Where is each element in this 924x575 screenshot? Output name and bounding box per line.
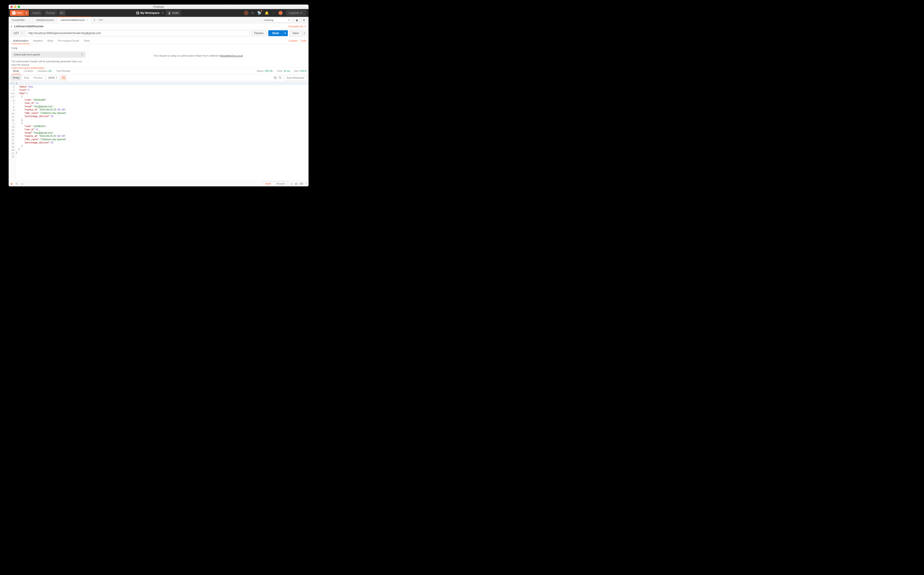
svg-rect-0 bbox=[60, 12, 62, 14]
request-tabs: Authorization Headers Body Pre-request S… bbox=[9, 37, 309, 44]
pretty-button[interactable]: Pretty bbox=[11, 75, 22, 80]
upgrade-button[interactable]: Upgrade▼ bbox=[286, 10, 306, 16]
status-label: Status: 200 OK bbox=[257, 70, 273, 72]
auth-helper-text: This request is using an authorization h… bbox=[88, 44, 309, 67]
resp-tab-body[interactable]: Body bbox=[11, 67, 21, 74]
search-icon bbox=[279, 76, 282, 79]
tab-validatevoucher[interactable]: ValidateVoucher bbox=[33, 17, 57, 23]
add-tab-button[interactable]: + bbox=[91, 17, 98, 23]
titlebar: Postman bbox=[9, 5, 309, 9]
time-label: Time: 16 ms bbox=[277, 70, 290, 72]
two-pane-icon[interactable]: ▦ bbox=[295, 182, 297, 185]
cookies-link[interactable]: Cookies bbox=[288, 39, 297, 42]
tab-more-button[interactable]: ••• bbox=[98, 17, 104, 23]
svg-rect-2 bbox=[136, 11, 137, 13]
save-response-button[interactable]: Save Response bbox=[284, 75, 307, 81]
header-center: My Workspace▼ Invite bbox=[136, 10, 181, 16]
svg-rect-1 bbox=[60, 11, 63, 13]
auth-type-select[interactable]: Inherit auth from parent▼ bbox=[11, 52, 86, 57]
close-icon[interactable]: × bbox=[85, 19, 88, 21]
header-bar: +New ▾ Import Runner ▾ My Workspace▼ Inv… bbox=[9, 9, 309, 17]
tab-body[interactable]: Body bbox=[45, 37, 56, 44]
help-icon[interactable]: ? bbox=[305, 182, 307, 185]
svg-line-8 bbox=[281, 78, 281, 79]
svg-rect-3 bbox=[138, 11, 139, 13]
satellite-icon[interactable]: 📡 bbox=[257, 11, 261, 15]
send-button[interactable]: Send bbox=[268, 30, 283, 36]
tab-authorization[interactable]: Authorization bbox=[11, 37, 31, 44]
copy-button[interactable]: ⧉ bbox=[274, 76, 277, 80]
tab-prerequest[interactable]: Pre-request Script bbox=[56, 37, 81, 44]
request-name: ListUsersValidVoucher bbox=[14, 25, 44, 28]
resp-tab-tests[interactable]: Test Results bbox=[54, 67, 73, 74]
tab-createoffer[interactable]: CreateOffer bbox=[9, 17, 33, 23]
plus-icon: + bbox=[12, 11, 16, 14]
gear-icon: ⚙ bbox=[303, 18, 305, 22]
url-input[interactable]: http://localhost:9000/api/voucher/list?e… bbox=[26, 30, 250, 36]
svg-rect-5 bbox=[138, 13, 139, 14]
view-options: Pretty Raw Preview JSON▼ ⧉ Save Response bbox=[9, 74, 309, 81]
console-icon[interactable]: ▭ bbox=[21, 182, 23, 185]
person-plus-icon bbox=[168, 11, 171, 14]
response-tabs: Body Cookies Headers (6) Test Results St… bbox=[9, 67, 309, 74]
chevron-right-icon: ▶ bbox=[11, 25, 13, 27]
new-button[interactable]: +New bbox=[10, 10, 24, 16]
bootcamp-icon[interactable]: ⊙ bbox=[291, 182, 293, 185]
save-dropdown[interactable]: ▼ bbox=[302, 30, 307, 36]
settings-button[interactable]: ⚙ bbox=[301, 17, 307, 22]
raw-button[interactable]: Raw bbox=[22, 75, 31, 80]
open-new-window-button[interactable]: ▾ bbox=[59, 10, 65, 16]
capture-icon[interactable]: ⧉ bbox=[251, 11, 254, 15]
import-button[interactable]: Import bbox=[30, 10, 43, 16]
heart-icon[interactable]: ♡ bbox=[272, 11, 275, 15]
invite-button[interactable]: Invite bbox=[166, 10, 181, 16]
app-title: Postman bbox=[9, 5, 309, 8]
line-gutter: ▾ 123▾ 4▾ 56789101112▾ 13141516171819202… bbox=[9, 81, 16, 179]
params-button[interactable]: Params bbox=[251, 30, 267, 36]
runner-button[interactable]: Runner bbox=[44, 10, 57, 16]
svg-line-10 bbox=[17, 184, 18, 185]
send-dropdown[interactable]: ▼ bbox=[283, 30, 288, 36]
format-select[interactable]: JSON▼ bbox=[46, 75, 60, 80]
quick-look-button[interactable]: ◉ bbox=[294, 17, 299, 22]
request-row: GET▼ http://localhost:9000/api/voucher/l… bbox=[9, 29, 309, 37]
search-button[interactable] bbox=[279, 76, 282, 79]
wrap-button[interactable] bbox=[60, 75, 67, 81]
method-select[interactable]: GET▼ bbox=[10, 30, 26, 36]
mode-segment: Build Browse bbox=[262, 181, 288, 186]
resp-tab-cookies[interactable]: Cookies bbox=[21, 67, 35, 74]
environment-select[interactable]: Hotelsng▼ bbox=[261, 17, 292, 22]
svg-rect-4 bbox=[136, 13, 137, 14]
examples-link[interactable]: Examples (0)▼ bbox=[288, 25, 306, 28]
tab-tests[interactable]: Tests bbox=[81, 37, 92, 44]
workspace-selector[interactable]: My Workspace▼ bbox=[136, 11, 164, 14]
bell-icon[interactable]: 🔔 bbox=[265, 11, 269, 15]
tab-bar: CreateOffer ValidateVoucher ListUsersVal… bbox=[9, 17, 309, 24]
svg-point-9 bbox=[16, 183, 17, 184]
code-content[interactable]: { "status": true, "count": 2, "data": [ … bbox=[16, 81, 309, 179]
tab-listusersvalidvoucher[interactable]: ListUsersValidVouche× bbox=[57, 17, 91, 23]
view-mode-segment: Pretty Raw Preview bbox=[10, 75, 45, 81]
breadcrumb: ▶ ListUsersValidVoucher Examples (0)▼ bbox=[9, 24, 309, 29]
collection-link[interactable]: Newsletter2go-Local bbox=[220, 54, 243, 57]
sidebar-toggle-icon[interactable]: ▥ bbox=[10, 182, 13, 185]
resp-tab-headers[interactable]: Headers (6) bbox=[35, 67, 54, 74]
find-icon[interactable] bbox=[16, 182, 18, 185]
app-window: Postman +New ▾ Import Runner ▾ My Worksp… bbox=[9, 5, 309, 186]
preview-button[interactable]: Preview bbox=[31, 75, 45, 80]
code-link[interactable]: Code bbox=[301, 39, 306, 42]
build-button[interactable]: Build bbox=[263, 182, 274, 186]
new-dropdown[interactable]: ▾ bbox=[24, 10, 29, 16]
browse-button[interactable]: Browse bbox=[274, 182, 288, 186]
tab-headers[interactable]: Headers bbox=[31, 37, 45, 44]
wrap-icon bbox=[62, 76, 65, 79]
auth-panel: TYPE Inherit auth from parent▼ The autho… bbox=[9, 44, 309, 67]
status-bar: ▥ ▭ Build Browse ⊙ ▦ ⌨ ? bbox=[9, 181, 309, 186]
avatar[interactable] bbox=[278, 11, 283, 15]
size-label: Size: 533 B bbox=[294, 70, 306, 72]
response-body[interactable]: ▾ 123▾ 4▾ 56789101112▾ 13141516171819202… bbox=[9, 81, 309, 179]
sync-icon[interactable] bbox=[244, 11, 248, 15]
grid-icon bbox=[136, 11, 139, 14]
keyboard-icon[interactable]: ⌨ bbox=[299, 182, 303, 185]
save-button[interactable]: Save bbox=[289, 30, 302, 36]
